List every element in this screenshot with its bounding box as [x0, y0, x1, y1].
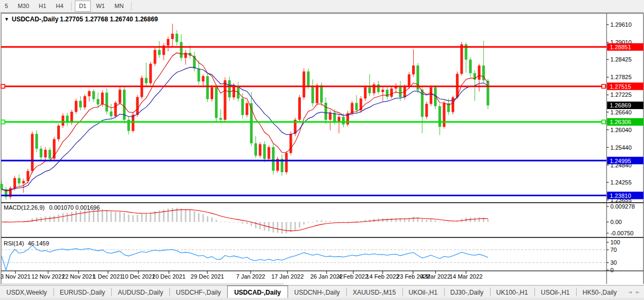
candle-body [386, 90, 389, 97]
candle-body [215, 87, 218, 118]
timeframe-button-h1[interactable]: H1 [35, 1, 51, 12]
tab-dj30-daily[interactable]: DJ30-,Daily [444, 286, 490, 298]
line-drag-handle[interactable] [602, 120, 606, 124]
price-level-badge: 1.26306 [610, 119, 631, 125]
candle-body [206, 76, 209, 99]
price-level-badge: 1.28851 [610, 44, 631, 50]
candle-body [211, 87, 213, 99]
price-axis-label: 1.26040 [610, 127, 632, 133]
toolbar-separator [131, 2, 131, 11]
macd-histogram-bar [198, 213, 200, 222]
tab-usdcad-daily[interactable]: USDCAD-,Daily [227, 286, 288, 298]
tab-scroll-left-icon[interactable]: ◄ [628, 289, 632, 295]
tab-uk100-h1[interactable]: UK100-,H1 [490, 286, 534, 298]
tab-xauusd-m15[interactable]: XAUUSD-,M15 [346, 286, 402, 298]
macd-axis-label: 0.009278 [610, 203, 635, 210]
macd-histogram-bar [36, 217, 37, 222]
candle-body [171, 34, 174, 39]
macd-histogram-bar [395, 218, 397, 222]
macd-histogram-bar [128, 214, 129, 222]
timeframe-button-m30[interactable]: M30 [13, 1, 33, 12]
candle-body [149, 64, 152, 83]
tab-usoil-h1[interactable]: USOil-,H1 [534, 286, 576, 298]
timeframe-button-d1[interactable]: D1 [75, 1, 91, 12]
tab-scroll-right-icon[interactable]: ► [636, 289, 640, 295]
price-axis-label: 1.29610 [610, 21, 632, 28]
candle-body [88, 91, 90, 96]
macd-histogram-bar [145, 213, 147, 222]
line-drag-handle[interactable] [1, 120, 5, 124]
candle-body [49, 150, 51, 159]
macd-axis-label: 0.00 [610, 219, 622, 225]
macd-axis-label: -0.00750 [610, 230, 633, 236]
date-axis-label: 1 Dec 2021 [93, 273, 123, 280]
tab-hk50-daily[interactable]: HK50-,Daily [576, 286, 623, 298]
candle-body [71, 112, 73, 122]
macd-histogram-bar [487, 219, 489, 222]
candle-body [136, 97, 139, 114]
macd-histogram-bar [263, 222, 265, 230]
macd-histogram-bar [422, 219, 423, 222]
macd-histogram-bar [115, 212, 117, 222]
macd-histogram-bar [478, 217, 480, 222]
date-axis-label: 14 Feb 2022 [366, 273, 399, 280]
timeframe-button-5[interactable]: 5 [1, 1, 12, 12]
macd-histogram-bar [246, 222, 248, 224]
candle-body [153, 50, 156, 64]
candle-body [101, 93, 104, 104]
macd-histogram-bar [434, 220, 436, 222]
line-drag-handle[interactable] [1, 84, 5, 88]
candle-body [338, 117, 340, 121]
macd-histogram-bar [413, 217, 414, 222]
macd-histogram-bar [133, 215, 134, 222]
candle-body [412, 66, 415, 75]
price-level-badge: 1.26869 [610, 102, 631, 109]
candle-body [197, 68, 200, 81]
price-axis-label: 1.27825 [610, 74, 632, 80]
ohlc-readout: 1.27705 1.27768 1.26740 1.26869 [60, 16, 158, 23]
candle-body [75, 101, 77, 112]
macd-histogram-bar [474, 218, 476, 222]
candle-body [219, 118, 222, 120]
candle-body [351, 103, 353, 113]
macd-histogram-bar [123, 213, 125, 222]
collapse-triangle-icon[interactable]: ▼ [4, 17, 9, 22]
macd-histogram-bar [369, 219, 370, 222]
tab-usdcnh-daily[interactable]: USDCNH-,Daily [288, 286, 346, 298]
timeframe-button-w1[interactable]: W1 [92, 1, 110, 12]
rsi-axis-label: 30 [610, 259, 617, 266]
tab-ukoil-h1[interactable]: UKOil-,H1 [402, 286, 444, 298]
macd-histogram-bar [163, 210, 165, 222]
date-axis-label: 4 Mar 2022 [421, 273, 451, 280]
tab-audusd-daily[interactable]: AUDUSD-,Daily [111, 286, 169, 298]
candle-body [443, 103, 445, 127]
trading-app-window: 5M30H1H4D1W1MN 1.296101.290101.284251.27… [0, 0, 644, 300]
line-drag-handle[interactable] [602, 84, 606, 88]
timeframe-button-h4[interactable]: H4 [52, 1, 68, 12]
candle-body [469, 60, 472, 73]
candle-body [486, 81, 489, 105]
tab-eurusd-daily[interactable]: EURUSD-,Daily [53, 286, 112, 298]
timeframe-button-mn[interactable]: MN [110, 1, 128, 12]
chart-area[interactable]: 1.296101.290101.284251.278251.272251.266… [0, 0, 644, 285]
macd-histogram-bar [224, 221, 226, 222]
candle-body [316, 85, 319, 103]
candle-body [241, 98, 244, 115]
candle-body [390, 89, 393, 97]
tab-usdx-weekly[interactable]: USDX,Weekly [0, 286, 53, 298]
macd-histogram-bar [119, 212, 121, 222]
macd-histogram-bar [329, 221, 331, 222]
candle-body [320, 85, 323, 102]
macd-histogram-bar [203, 214, 204, 222]
candle-body [158, 50, 161, 55]
price-axis-label: 1.26640 [610, 109, 632, 116]
macd-histogram-bar [80, 210, 81, 222]
candle-body [460, 44, 463, 74]
tab-usdchf-daily[interactable]: USDCHF-,Daily [169, 286, 227, 298]
macd-histogram-bar [215, 220, 217, 222]
macd-histogram-bar [448, 222, 449, 222]
candle-body [302, 72, 305, 97]
candle-body [285, 153, 288, 172]
candle-body [364, 87, 367, 98]
candle-body [119, 90, 121, 103]
